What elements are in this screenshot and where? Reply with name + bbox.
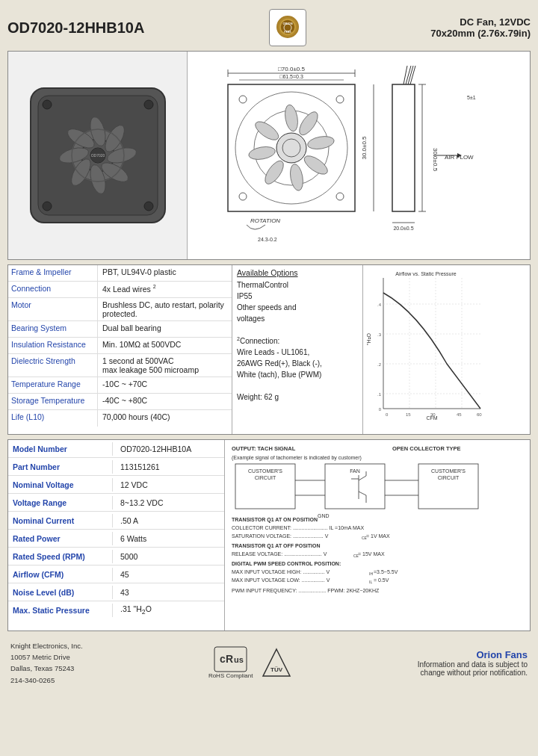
svg-text:15: 15 <box>406 412 411 417</box>
svg-text:30: 30 <box>430 412 436 417</box>
svg-point-37 <box>276 133 306 163</box>
disclaimer: Information and data is subject tochange… <box>418 660 528 677</box>
svg-point-44 <box>262 158 287 187</box>
svg-text:IH: IH <box>369 571 373 576</box>
svg-text:0: 0 <box>386 412 389 417</box>
svg-text:"H₂O: "H₂O <box>366 332 371 345</box>
svg-text:.3: .3 <box>377 332 382 337</box>
svg-text:R: R <box>226 653 233 665</box>
svg-point-31 <box>239 96 247 103</box>
svg-text:FAN: FAN <box>350 468 360 474</box>
spec-value-bearing: Dual ball bearing <box>98 321 232 337</box>
svg-point-7 <box>144 100 153 109</box>
spec-value-frame: PBT, UL94V-0 plastic <box>98 265 232 281</box>
perf-value-speed: 5000 <box>113 550 145 563</box>
address1: 10057 Metric Drive <box>10 651 83 663</box>
footer-address: Knight Electronics, Inc. 10057 Metric Dr… <box>10 640 83 686</box>
svg-text:5±1: 5±1 <box>467 95 476 100</box>
perf-label-speed: Rated Speed (RPM) <box>8 550 113 563</box>
svg-text:60: 60 <box>477 412 482 417</box>
header: OD7020-12HHB10A ORION FANS DC Fan, 12VDC… <box>7 6 531 51</box>
svg-text:SATURATION VOLTAGE: ..........: SATURATION VOLTAGE: ....................… <box>232 533 329 539</box>
pwm-circuit-svg: OUTPUT: TACH SIGNAL OPEN COLLECTOR TYPE … <box>228 443 527 626</box>
dc-type: DC Fan, 12VDC <box>430 16 531 28</box>
technical-diagram: □70.0±0.5 □61.5=0.3 <box>188 52 530 259</box>
spec-row-storage: Storage Temperature -40C ~ +80C <box>8 394 232 410</box>
rohs-label: RoHS Compliant <box>208 672 253 679</box>
svg-point-40 <box>296 109 321 138</box>
svg-text:= 15V MAX: = 15V MAX <box>358 551 385 557</box>
svg-text:.4: .4 <box>377 303 382 307</box>
svg-text:45: 45 <box>457 412 462 417</box>
spec-label-motor: Motor <box>8 298 98 320</box>
footer-certifications: c R us RoHS Compliant TÜV <box>208 646 292 679</box>
perf-row-pressure: Max. Static Pressure .31 "H2O <box>8 601 224 619</box>
perf-row-speed: Rated Speed (RPM) 5000 <box>8 548 224 566</box>
svg-text:AIR FLOW: AIR FLOW <box>445 154 474 161</box>
svg-text:(Example signal of tachometer : (Example signal of tachometer is indicat… <box>232 455 362 461</box>
svg-text:GND: GND <box>318 513 330 518</box>
svg-text:=3.5~5.5V: =3.5~5.5V <box>374 569 398 574</box>
perf-label-voltage-range: Voltage Range <box>8 496 113 509</box>
svg-text:CIRCUIT: CIRCUIT <box>438 475 460 480</box>
svg-text:IL: IL <box>369 580 372 584</box>
footer: Knight Electronics, Inc. 10057 Metric Dr… <box>7 636 531 687</box>
performance-curve-svg: Airflow vs. Static Pressure CFM "H₂O 0 <box>365 267 488 431</box>
specs-table: Frame & Impeller PBT, UL94V-0 plastic Co… <box>8 265 232 434</box>
address2: Dallas, Texas 75243 <box>10 663 83 674</box>
spec-label-connection: Connection <box>8 282 98 297</box>
svg-point-6 <box>43 100 52 109</box>
svg-point-39 <box>283 104 300 132</box>
spec-label-frame: Frame & Impeller <box>8 265 98 281</box>
spec-value-storage: -40C ~ +80C <box>98 394 232 409</box>
svg-text:CUSTOMER'S: CUSTOMER'S <box>248 468 282 474</box>
spec-value-dielectric: 1 second at 500VACmax leakage 500 microa… <box>98 354 232 377</box>
spec-value-insulation: Min. 10MΩ at 500VDC <box>98 338 232 353</box>
perf-row-model: Model Number OD7020-12HHB10A <box>8 440 224 458</box>
orion-logo: ORION FANS <box>269 9 306 46</box>
svg-text:= 1V MAX: = 1V MAX <box>366 533 390 539</box>
spec-label-life: Life (L10) <box>8 410 98 427</box>
available-options: Available Options ThermalControlIP55Othe… <box>232 265 363 434</box>
perf-row-part: Part Number 113151261 <box>8 458 224 476</box>
svg-text:DIGITAL PWM SPEED CONTROL POSI: DIGITAL PWM SPEED CONTROL POSITION: <box>232 561 341 566</box>
perf-row-airflow: Airflow (CFM) 45 <box>8 566 224 583</box>
svg-text:CUSTOMER'S: CUSTOMER'S <box>431 468 466 474</box>
tuv-logo-svg: TÜV <box>262 648 291 678</box>
ul-badge: c R us RoHS Compliant <box>208 646 253 679</box>
svg-text:□70.0±0.5: □70.0±0.5 <box>278 66 305 72</box>
svg-point-45 <box>247 145 276 161</box>
spec-value-temp: -10C ~ +70C <box>98 377 232 393</box>
svg-rect-48 <box>392 84 415 211</box>
svg-text:0: 0 <box>379 407 382 412</box>
spec-value-motor: Brushless DC, auto restart, polarity pro… <box>98 298 232 320</box>
svg-text:Airflow vs. Static Pressure: Airflow vs. Static Pressure <box>395 271 456 276</box>
perf-value-noise: 43 <box>113 586 137 599</box>
svg-text:30.0±0.5: 30.0±0.5 <box>361 136 368 160</box>
pwm-circuit: OUTPUT: TACH SIGNAL OPEN COLLECTOR TYPE … <box>225 440 530 630</box>
svg-text:ORION: ORION <box>282 22 292 25</box>
spec-row-motor: Motor Brushless DC, auto restart, polari… <box>8 298 232 321</box>
dimensions: 70x20mm (2.76x.79in) <box>430 28 531 39</box>
svg-point-34 <box>336 193 344 200</box>
svg-text:ROTATION: ROTATION <box>250 217 280 224</box>
performance-table: Model Number OD7020-12HHB10A Part Number… <box>8 440 225 630</box>
perf-value-model: OD7020-12HHB10A <box>113 442 199 456</box>
svg-text:TÜV: TÜV <box>270 666 283 673</box>
ul-logo-svg: c R us <box>214 646 247 672</box>
spec-row-life: Life (L10) 70,000 hours (40C) <box>8 410 232 427</box>
company-name: Knight Electronics, Inc. <box>10 640 83 651</box>
svg-text:CIRCUIT: CIRCUIT <box>255 475 276 480</box>
svg-line-58 <box>410 66 415 84</box>
perf-value-current: .50 A <box>113 514 146 527</box>
svg-text:24.3-0.2: 24.3-0.2 <box>258 237 277 242</box>
technical-svg: □70.0±0.5 □61.5=0.3 <box>213 62 504 249</box>
fan-photo: OD7020 <box>8 52 188 259</box>
svg-text:MAX INPUT VOLTAGE HIGH: ......: MAX INPUT VOLTAGE HIGH: ............... … <box>232 569 330 574</box>
svg-point-42 <box>301 152 330 178</box>
perf-label-part: Part Number <box>8 460 113 474</box>
spec-row-temp: Temperature Range -10C ~ +70C <box>8 377 232 394</box>
specs-section: Frame & Impeller PBT, UL94V-0 plastic Co… <box>7 264 531 435</box>
svg-text:TRANSISTOR Q1 AT ON POSITION: TRANSISTOR Q1 AT ON POSITION <box>232 517 318 523</box>
svg-text:□61.5=0.3: □61.5=0.3 <box>279 74 303 79</box>
